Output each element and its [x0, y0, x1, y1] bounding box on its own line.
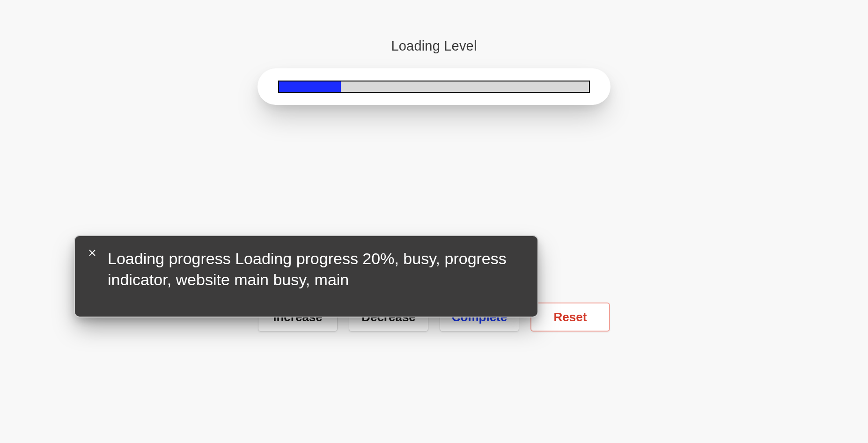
progress-card — [257, 68, 611, 105]
accessibility-toast: Loading progress Loading progress 20%, b… — [74, 235, 538, 317]
progress-track — [278, 81, 590, 93]
reset-button[interactable]: Reset — [530, 303, 610, 332]
toast-close-button[interactable] — [85, 244, 99, 258]
close-icon — [88, 241, 96, 262]
app-stage: Loading Level Increase Decrease Complete… — [0, 0, 868, 443]
page-title: Loading Level — [0, 38, 868, 54]
progress-fill — [279, 81, 341, 92]
toast-message: Loading progress Loading progress 20%, b… — [108, 248, 522, 290]
